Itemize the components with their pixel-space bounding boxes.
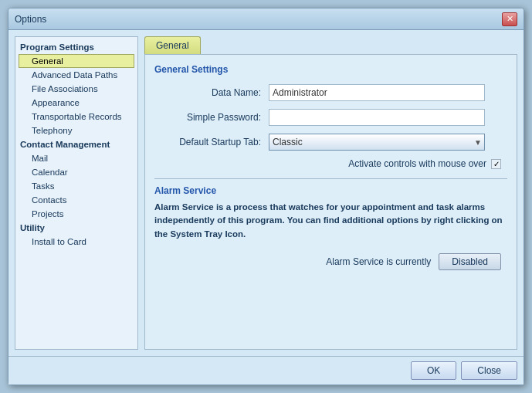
data-name-input[interactable] — [269, 84, 485, 101]
default-startup-tab-label: Default Startup Tab: — [161, 137, 269, 147]
sidebar-item-general[interactable]: General — [19, 54, 134, 68]
default-startup-tab-row: Default Startup Tab: Classic Modern Defa… — [154, 134, 507, 151]
close-button[interactable]: Close — [461, 361, 517, 380]
sidebar-item-telephony[interactable]: Telephony — [19, 124, 134, 137]
simple-password-row: Simple Password: — [154, 109, 507, 126]
sidebar-item-install-to-card[interactable]: Install to Card — [19, 235, 134, 249]
content-area: General Settings Data Name: Simple Passw… — [144, 54, 517, 350]
sidebar-group-program-settings: Program Settings — [19, 40, 134, 54]
simple-password-label: Simple Password: — [161, 112, 269, 123]
sidebar-item-advanced-data-paths[interactable]: Advanced Data Paths — [19, 68, 134, 82]
default-startup-tab-select[interactable]: Classic Modern Default — [269, 134, 485, 151]
alarm-service-title: Alarm Service — [154, 185, 507, 196]
sidebar-item-contacts[interactable]: Contacts — [19, 193, 134, 207]
alarm-service-description: Alarm Service is a process that watches … — [154, 201, 507, 241]
sidebar-item-tasks[interactable]: Tasks — [19, 179, 134, 193]
activate-controls-checkbox[interactable]: ✓ — [491, 159, 501, 169]
title-bar: Options ✕ — [8, 8, 524, 30]
data-name-row: Data Name: — [154, 84, 507, 101]
sidebar-group-utility: Utility — [19, 221, 134, 235]
simple-password-input[interactable] — [269, 109, 485, 126]
activate-controls-row: Activate controls with mouse over ✓ — [154, 158, 507, 169]
tabs-container: General — [144, 36, 517, 55]
sidebar: Program SettingsGeneralAdvanced Data Pat… — [15, 36, 138, 350]
alarm-status-button[interactable]: Disabled — [439, 253, 501, 270]
general-settings-title: General Settings — [154, 64, 507, 75]
window-title: Options — [15, 14, 46, 25]
sidebar-item-appearance[interactable]: Appearance — [19, 96, 134, 110]
sidebar-group-contact-management: Contact Management — [19, 137, 134, 151]
divider — [154, 178, 507, 179]
sidebar-item-calendar[interactable]: Calendar — [19, 165, 134, 179]
data-name-label: Data Name: — [161, 87, 269, 98]
alarm-status-row: Alarm Service is currently Disabled — [154, 253, 507, 270]
sidebar-item-projects[interactable]: Projects — [19, 207, 134, 221]
alarm-status-text: Alarm Service is currently — [326, 256, 431, 267]
bottom-bar: OK Close — [8, 356, 524, 385]
sidebar-item-transportable-records[interactable]: Transportable Records — [19, 110, 134, 124]
tab-general[interactable]: General — [144, 36, 201, 55]
window-content: Program SettingsGeneralAdvanced Data Pat… — [8, 30, 524, 356]
default-startup-tab-wrapper: Classic Modern Default ▼ — [269, 134, 485, 151]
activate-controls-label: Activate controls with mouse over — [348, 158, 486, 169]
close-window-button[interactable]: ✕ — [502, 12, 517, 26]
sidebar-item-mail[interactable]: Mail — [19, 151, 134, 165]
alarm-service-bold: Alarm Service — [154, 202, 214, 212]
main-panel: General General Settings Data Name: Simp… — [144, 36, 517, 350]
sidebar-item-file-associations[interactable]: File Associations — [19, 82, 134, 96]
options-window: Options ✕ Program SettingsGeneralAdvance… — [8, 8, 524, 385]
ok-button[interactable]: OK — [411, 361, 456, 380]
